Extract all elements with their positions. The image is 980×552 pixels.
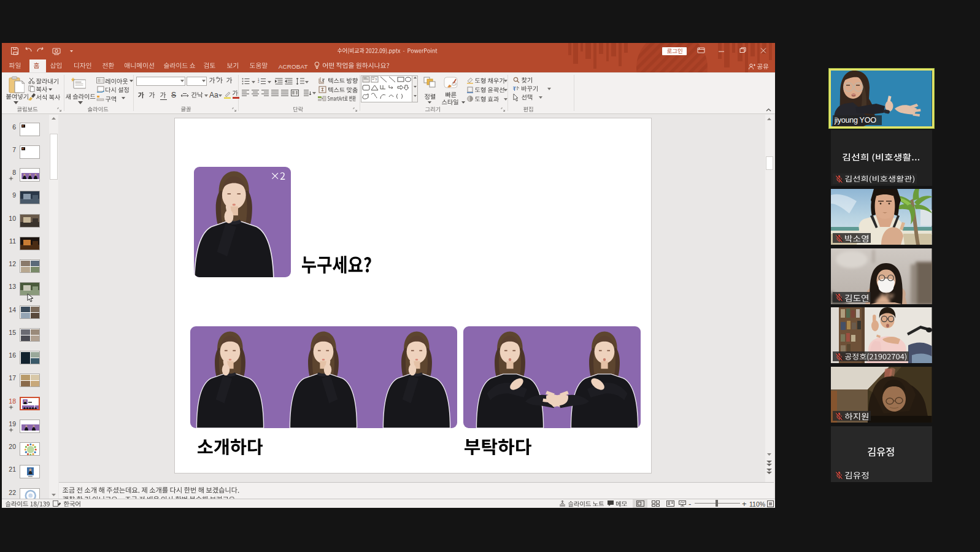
svg-text:2: 2 [258,80,260,83]
